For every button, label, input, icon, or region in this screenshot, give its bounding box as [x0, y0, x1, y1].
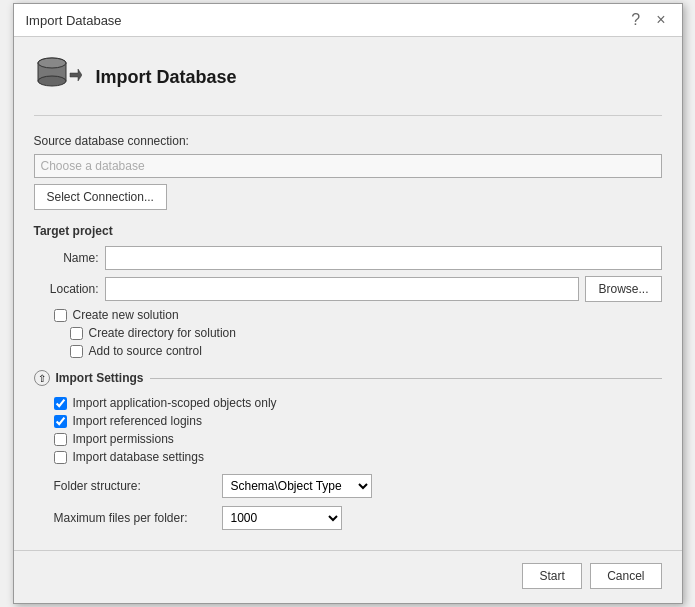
- svg-marker-4: [70, 69, 82, 81]
- create-solution-label: Create new solution: [73, 308, 179, 322]
- import-database-dialog: Import Database ? × Import Database Sour…: [13, 3, 683, 604]
- create-directory-row: Create directory for solution: [70, 326, 662, 340]
- add-source-control-row: Add to source control: [70, 344, 662, 358]
- max-files-row: Maximum files per folder: 1000 500 100 5…: [54, 506, 662, 530]
- dialog-footer: Start Cancel: [14, 550, 682, 603]
- header-section: Import Database: [34, 53, 662, 116]
- svg-point-2: [38, 76, 66, 86]
- import-app-scoped-checkbox[interactable]: [54, 397, 67, 410]
- create-solution-row: Create new solution: [54, 308, 662, 322]
- title-bar-controls: ? ×: [627, 12, 669, 28]
- location-label: Location:: [34, 282, 99, 296]
- max-files-label: Maximum files per folder:: [54, 511, 214, 525]
- source-section: Source database connection: Choose a dat…: [34, 134, 662, 210]
- help-button[interactable]: ?: [627, 12, 644, 28]
- title-bar-text: Import Database: [26, 13, 122, 28]
- dialog-body: Import Database Source database connecti…: [14, 37, 682, 550]
- create-solution-checkbox[interactable]: [54, 309, 67, 322]
- separator-line: [150, 378, 662, 379]
- target-project-title: Target project: [34, 224, 662, 238]
- add-source-control-checkbox[interactable]: [70, 345, 83, 358]
- location-row: Location: Browse...: [34, 276, 662, 302]
- import-logins-label: Import referenced logins: [73, 414, 202, 428]
- import-settings-separator: ⇧ Import Settings: [34, 370, 662, 386]
- import-db-settings-label: Import database settings: [73, 450, 204, 464]
- import-permissions-checkbox[interactable]: [54, 433, 67, 446]
- target-project-section: Target project Name: Location: Browse...…: [34, 224, 662, 358]
- title-bar: Import Database ? ×: [14, 4, 682, 37]
- close-button[interactable]: ×: [652, 12, 669, 28]
- title-bar-label: Import Database: [26, 13, 122, 28]
- name-input[interactable]: [105, 246, 662, 270]
- folder-structure-label: Folder structure:: [54, 479, 214, 493]
- collapse-chevron[interactable]: ⇧: [34, 370, 50, 386]
- source-label: Source database connection:: [34, 134, 662, 148]
- select-connection-button[interactable]: Select Connection...: [34, 184, 167, 210]
- import-logins-checkbox[interactable]: [54, 415, 67, 428]
- start-button[interactable]: Start: [522, 563, 582, 589]
- source-db-placeholder: Choose a database: [34, 154, 662, 178]
- browse-button[interactable]: Browse...: [585, 276, 661, 302]
- location-input[interactable]: [105, 277, 580, 301]
- import-option-0: Import application-scoped objects only: [54, 396, 662, 410]
- database-icon: [34, 53, 82, 101]
- max-files-select[interactable]: 1000 500 100 50: [222, 506, 342, 530]
- folder-structure-row: Folder structure: Schema\Object Type Sch…: [54, 474, 662, 498]
- import-option-1: Import referenced logins: [54, 414, 662, 428]
- import-settings-options: Import application-scoped objects only I…: [34, 396, 662, 464]
- svg-point-3: [38, 58, 66, 68]
- create-directory-label: Create directory for solution: [89, 326, 236, 340]
- cancel-button[interactable]: Cancel: [590, 563, 661, 589]
- import-app-scoped-label: Import application-scoped objects only: [73, 396, 277, 410]
- import-permissions-label: Import permissions: [73, 432, 174, 446]
- name-row: Name:: [34, 246, 662, 270]
- dialog-title: Import Database: [96, 67, 237, 88]
- add-source-control-label: Add to source control: [89, 344, 202, 358]
- import-option-3: Import database settings: [54, 450, 662, 464]
- import-db-settings-checkbox[interactable]: [54, 451, 67, 464]
- import-settings-title: Import Settings: [56, 371, 144, 385]
- name-label: Name:: [34, 251, 99, 265]
- folder-structure-select[interactable]: Schema\Object Type Schema Object Type: [222, 474, 372, 498]
- create-directory-checkbox[interactable]: [70, 327, 83, 340]
- source-placeholder-text: Choose a database: [41, 159, 145, 173]
- import-option-2: Import permissions: [54, 432, 662, 446]
